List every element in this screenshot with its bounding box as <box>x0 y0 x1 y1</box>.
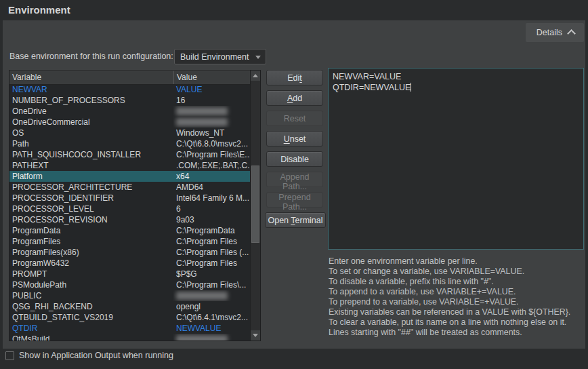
column-header-variable[interactable]: Variable <box>9 71 173 84</box>
table-header: Variable Value <box>9 71 251 85</box>
text-cursor <box>411 83 411 92</box>
variable-name: PROCESSOR_REVISION <box>9 214 173 225</box>
table-row[interactable]: ProgramW6432C:\Program Files <box>9 258 251 269</box>
table-row[interactable]: QtMsBuild <box>9 334 251 341</box>
show-in-output-label: Show in Application Output when running <box>19 351 173 360</box>
table-row[interactable]: ProgramDataC:\ProgramData <box>9 225 251 236</box>
editor-line: QTDIR=NEWVALUE <box>333 82 579 93</box>
table-row[interactable]: OneDriveCommercial <box>9 117 251 128</box>
table-row[interactable]: NEWVARVALUE <box>9 84 251 95</box>
variable-name: ProgramFiles(x86) <box>9 247 173 258</box>
table-row[interactable]: QSG_RHI_BACKENDopengl <box>9 301 251 312</box>
help-text: Enter one environment variable per line.… <box>329 256 585 338</box>
help-line: To set or change a variable, use VARIABL… <box>329 267 585 277</box>
variable-name: ProgramFiles <box>9 236 173 247</box>
variable-value: .COM;.EXE;.BAT;.C... <box>173 160 251 171</box>
variable-name: Platform <box>9 171 173 182</box>
variable-value: C:\Program Files <box>173 258 251 269</box>
variable-value: C:\Qt\6.8.0\msvc2... <box>173 138 251 149</box>
unset-button[interactable]: Unset <box>266 131 323 147</box>
action-buttons: EditAddResetUnsetDisableAppend Path...Pr… <box>265 70 326 233</box>
base-environment-selected-value: Build Environment <box>180 52 249 62</box>
environment-details-panel: Details Base environment for this run co… <box>3 20 585 349</box>
table-row[interactable]: PROCESSOR_IDENTIFIERIntel64 Family 6 M..… <box>9 193 251 203</box>
editor-line: NEWVAR=VALUE <box>333 71 579 82</box>
add-button[interactable]: Add <box>266 90 323 106</box>
scroll-down-arrow-icon <box>253 334 258 337</box>
table-row[interactable]: PATH_SQUISHCOCO_INSTALLERC:\Program File… <box>9 149 251 160</box>
variable-name: Path <box>9 138 173 149</box>
table-scrollbar[interactable] <box>250 71 260 341</box>
table-row[interactable]: PROCESSOR_REVISION9a03 <box>9 214 251 225</box>
prepend-path-button: Prepend Path... <box>266 192 323 208</box>
variable-value: C:\Qt\6.4.1\msvc2... <box>173 312 251 323</box>
environment-variables-table: Variable Value NEWVARVALUENUMBER_OF_PROC… <box>9 70 261 341</box>
variable-name: PSModulePath <box>9 279 173 290</box>
variable-value: x64 <box>173 171 251 182</box>
variable-name: PATHEXT <box>9 160 173 171</box>
help-line: Existing variables can be referenced in … <box>329 307 585 317</box>
scrollbar-thumb[interactable] <box>251 166 259 243</box>
scroll-up-arrow-icon <box>253 74 258 77</box>
scroll-down-button[interactable] <box>251 330 260 341</box>
help-line: To prepend to a variable, use VARIABLE=+… <box>329 297 585 307</box>
chevron-up-icon <box>567 29 576 38</box>
variable-value: 9a03 <box>173 214 251 225</box>
table-row[interactable]: ProgramFiles(x86)C:\Program Files (... <box>9 247 251 258</box>
help-line: To clear a variable, put its name on a l… <box>329 317 585 328</box>
variable-value: 16 <box>173 95 251 106</box>
details-button-label: Details <box>537 28 562 37</box>
variable-value: AMD64 <box>173 182 251 193</box>
table-row[interactable]: NUMBER_OF_PROCESSORS16 <box>9 95 251 106</box>
redacted-value <box>176 118 228 126</box>
table-row[interactable]: ProgramFilesC:\Program Files <box>9 236 251 247</box>
table-row[interactable]: QTBUILD_STATIC_VS2019C:\Qt\6.4.1\msvc2..… <box>9 312 251 323</box>
env-table-rows: NEWVARVALUENUMBER_OF_PROCESSORS16OneDriv… <box>9 84 251 341</box>
help-line: To append to a variable, use VARIABLE+=V… <box>329 287 585 297</box>
edit-button[interactable]: Edit <box>266 70 323 85</box>
variable-name: PROCESSOR_LEVEL <box>9 203 173 214</box>
table-row[interactable]: OneDrive <box>9 106 251 117</box>
variable-value: C:\Program Files (... <box>173 247 251 258</box>
variable-name: QTBUILD_STATIC_VS2019 <box>9 312 173 323</box>
table-row[interactable]: QTDIRNEWVALUE <box>9 323 251 334</box>
redacted-value <box>176 335 228 341</box>
redacted-value <box>176 292 228 300</box>
show-in-output-checkbox[interactable] <box>5 351 14 360</box>
table-row[interactable]: PROCESSOR_LEVEL6 <box>9 203 251 214</box>
variable-name: PUBLIC <box>9 290 173 301</box>
variable-name: NUMBER_OF_PROCESSORS <box>9 95 173 106</box>
variable-value: opengl <box>173 301 251 312</box>
redacted-value <box>176 107 228 115</box>
help-line: To disable a variable, prefix this line … <box>329 277 585 287</box>
variable-value <box>173 334 251 341</box>
page-title: Environment <box>8 4 70 16</box>
variable-value: Intel64 Family 6 M... <box>173 193 251 203</box>
column-header-value[interactable]: Value <box>173 71 251 84</box>
variable-name: PROMPT <box>9 269 173 279</box>
scroll-up-button[interactable] <box>251 71 260 81</box>
variable-name: PROCESSOR_ARCHITECTURE <box>9 182 173 193</box>
details-button[interactable]: Details <box>526 23 584 42</box>
batch-edit-textarea[interactable]: NEWVAR=VALUEQTDIR=NEWVALUE <box>328 68 584 250</box>
variable-value: NEWVALUE <box>173 323 251 334</box>
table-row[interactable]: PathC:\Qt\6.8.0\msvc2... <box>9 138 251 149</box>
variable-name: PROCESSOR_IDENTIFIER <box>9 193 173 203</box>
help-line: Enter one environment variable per line. <box>329 256 585 267</box>
variable-value: C:\Program Files <box>173 236 251 247</box>
variable-name: OS <box>9 128 173 138</box>
variable-name: QTDIR <box>9 323 173 334</box>
variable-value: C:\ProgramData <box>173 225 251 236</box>
table-row[interactable]: Platformx64 <box>9 171 251 182</box>
variable-name: NEWVAR <box>9 84 173 95</box>
table-row[interactable]: PROMPT$P$G <box>9 269 251 279</box>
table-row[interactable]: PSModulePathC:\Program Files\... <box>9 279 251 290</box>
base-environment-label: Base environment for this run configurat… <box>9 49 173 64</box>
open-terminal-button[interactable]: Open Terminal <box>265 212 326 228</box>
table-row[interactable]: PROCESSOR_ARCHITECTUREAMD64 <box>9 182 251 193</box>
disable-button[interactable]: Disable <box>266 151 323 167</box>
table-row[interactable]: PATHEXT.COM;.EXE;.BAT;.C... <box>9 160 251 171</box>
base-environment-select[interactable]: Build Environment <box>174 49 266 64</box>
table-row[interactable]: OSWindows_NT <box>9 128 251 138</box>
table-row[interactable]: PUBLIC <box>9 290 251 301</box>
